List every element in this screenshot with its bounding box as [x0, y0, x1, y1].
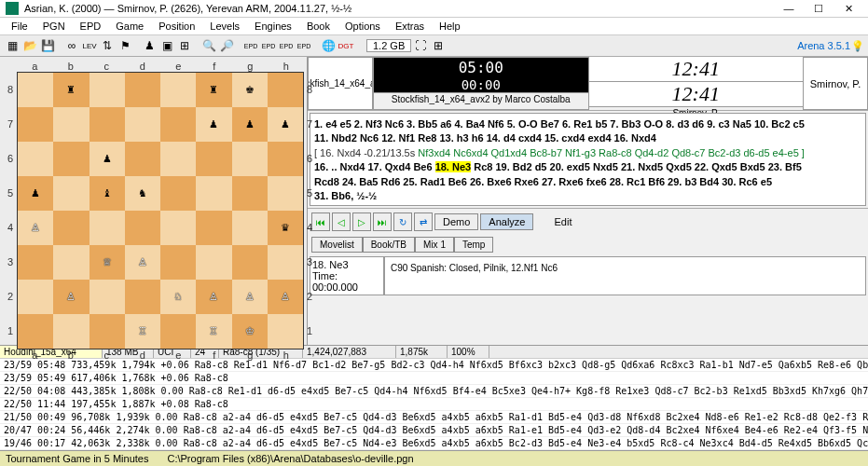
square-b3[interactable]	[53, 245, 89, 280]
tool-epd2-icon[interactable]: EPD	[260, 37, 277, 54]
demo-button[interactable]: Demo	[434, 213, 478, 230]
square-b2[interactable]: ♙	[53, 280, 89, 314]
nav-swap-button[interactable]: ⇄	[414, 212, 433, 231]
square-g7[interactable]: ♟	[232, 107, 268, 142]
square-c3[interactable]: ♕	[90, 245, 125, 280]
square-h5[interactable]	[268, 176, 303, 211]
tool-grid-icon[interactable]: ⊞	[430, 37, 447, 54]
square-h3[interactable]	[268, 245, 303, 280]
piece[interactable]: ♖	[138, 326, 147, 336]
square-a6[interactable]	[18, 142, 53, 176]
analysis-line[interactable]: 22/50 11:44 197,455k 1,887k +0.08 Ra8-c8	[0, 398, 868, 411]
square-b7[interactable]	[53, 107, 89, 142]
piece[interactable]: ♛	[281, 223, 290, 233]
piece[interactable]: ♙	[209, 292, 218, 302]
square-b1[interactable]	[53, 314, 89, 349]
square-e2[interactable]: ♘	[160, 280, 196, 314]
square-h2[interactable]: ♙	[268, 280, 303, 314]
maximize-button[interactable]: ☐	[812, 2, 825, 15]
analyze-button[interactable]: Analyze	[480, 213, 533, 230]
square-e4[interactable]	[160, 211, 196, 245]
square-d6[interactable]	[125, 142, 160, 176]
square-f2[interactable]: ♙	[196, 280, 231, 314]
tool-epd1-icon[interactable]: EPD	[242, 37, 259, 54]
square-a7[interactable]	[18, 107, 53, 142]
square-h1[interactable]	[268, 314, 303, 349]
square-d3[interactable]: ♙	[125, 245, 160, 280]
nav-next-button[interactable]: ▷	[352, 212, 371, 231]
move-list[interactable]: 1. e4 e5 2. Nf3 Nc6 3. Bb5 a6 4. Ba4 Nf6…	[310, 113, 866, 206]
piece[interactable]: ♘	[173, 292, 183, 302]
piece[interactable]: ♝	[103, 188, 112, 199]
square-c5[interactable]: ♝	[90, 176, 125, 211]
tool-zoomin-icon[interactable]: 🔍	[200, 37, 217, 54]
square-e6[interactable]	[160, 142, 196, 176]
tool-epd4-icon[interactable]: EPD	[296, 37, 312, 54]
tool-save-icon[interactable]: 💾	[39, 37, 56, 54]
piece[interactable]: ♟	[209, 119, 218, 130]
close-button[interactable]: ✕	[842, 2, 855, 15]
nav-prev-button[interactable]: ◁	[332, 212, 351, 231]
piece[interactable]: ♔	[245, 326, 255, 336]
menu-game[interactable]: Game	[110, 20, 149, 33]
square-e5[interactable]	[160, 176, 196, 211]
piece[interactable]: ♜	[66, 85, 76, 95]
analysis-line[interactable]: 23/59 05:48 733,459k 1,794k +0.06 Ra8-c8…	[0, 359, 868, 372]
square-a1[interactable]	[18, 314, 53, 349]
square-a2[interactable]	[18, 280, 53, 314]
tool-infinity-icon[interactable]: ∞	[63, 37, 80, 54]
square-e1[interactable]	[160, 314, 196, 349]
tool-expand-icon[interactable]: ⛶	[412, 37, 429, 54]
square-a5[interactable]: ♟	[18, 176, 53, 211]
tool-board-icon[interactable]: ▣	[158, 37, 175, 54]
square-f6[interactable]	[196, 142, 231, 176]
square-b4[interactable]	[53, 211, 89, 245]
piece[interactable]: ♞	[138, 188, 147, 199]
tool-new-icon[interactable]: ▦	[4, 37, 21, 54]
menu-pgn[interactable]: PGN	[37, 20, 71, 33]
menu-epd[interactable]: EPD	[75, 20, 107, 33]
piece[interactable]: ♟	[31, 188, 40, 199]
square-g5[interactable]	[232, 176, 268, 211]
square-g6[interactable]	[232, 142, 268, 176]
tab-booktb[interactable]: Book/TB	[363, 237, 415, 253]
tool-dgt-icon[interactable]: DGT	[338, 37, 354, 54]
square-g1[interactable]: ♔	[232, 314, 268, 349]
piece[interactable]: ♙	[138, 257, 147, 267]
square-e3[interactable]	[160, 245, 196, 280]
square-g4[interactable]	[232, 211, 268, 245]
square-f4[interactable]	[196, 211, 231, 245]
analysis-line[interactable]: 23/59 05:49 617,406k 1,768k +0.06 Ra8-c8	[0, 372, 868, 385]
square-f5[interactable]	[196, 176, 231, 211]
menu-help[interactable]: Help	[434, 20, 466, 33]
analysis-line[interactable]: 20/47 00:24 56,446k 2,274k 0.00 Ra8-c8 a…	[0, 424, 868, 437]
piece[interactable]: ♕	[103, 257, 112, 267]
square-h4[interactable]: ♛	[268, 211, 303, 245]
tool-globe-icon[interactable]: 🌐	[320, 37, 337, 54]
menu-book[interactable]: Book	[301, 20, 336, 33]
square-b8[interactable]: ♜	[53, 73, 89, 107]
square-h7[interactable]: ♟	[268, 107, 303, 142]
square-b5[interactable]	[53, 176, 89, 211]
square-d7[interactable]	[125, 107, 160, 142]
square-h6[interactable]	[268, 142, 303, 176]
square-g2[interactable]: ♙	[232, 280, 268, 314]
tab-mix1[interactable]: Mix 1	[415, 237, 454, 253]
menu-levels[interactable]: Levels	[204, 20, 245, 33]
tool-zoomout-icon[interactable]: 🔎	[218, 37, 235, 54]
square-d2[interactable]	[125, 280, 160, 314]
nav-auto-button[interactable]: ↻	[393, 212, 412, 231]
piece[interactable]: ♜	[209, 85, 218, 95]
piece[interactable]: ♙	[245, 292, 255, 302]
menu-engines[interactable]: Engines	[249, 20, 297, 33]
menu-position[interactable]: Position	[153, 20, 200, 33]
square-a8[interactable]	[18, 73, 53, 107]
piece[interactable]: ♙	[66, 292, 76, 302]
analysis-line[interactable]: 22/50 04:08 443,385k 1,808k 0.00 Ra8-c8 …	[0, 385, 868, 398]
square-d4[interactable]	[125, 211, 160, 245]
menu-file[interactable]: File	[6, 20, 34, 33]
piece[interactable]: ♟	[245, 119, 255, 130]
piece[interactable]: ♙	[31, 223, 40, 233]
square-g3[interactable]	[232, 245, 268, 280]
tool-lev-icon[interactable]: LEV	[81, 37, 98, 54]
